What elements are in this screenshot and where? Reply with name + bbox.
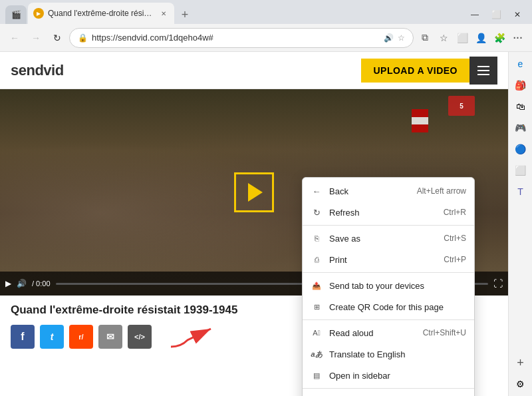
read-aloud-icon: 🔊 [384,33,394,43]
context-menu-read-aloud[interactable]: A⃣ Read aloud Ctrl+Shift+U [303,322,474,343]
sidebar-settings-icon[interactable]: ⚙ [511,375,530,393]
read-aloud-shortcut: Ctrl+Shift+U [423,328,466,337]
new-tab-button[interactable]: + [176,5,194,24]
refresh-icon: ↻ [311,206,323,218]
context-menu-translate[interactable]: aあ Translate to English [303,343,474,365]
context-menu: ← Back Alt+Left arrow ↻ Refresh Ctrl+R ⎘… [302,177,475,396]
time-display: / 0:00 [32,280,51,288]
qr-code-label: Create QR Code for this page [329,302,466,312]
sidebar-label: Open in sidebar [329,371,466,381]
profile-button[interactable]: 👤 [472,29,489,47]
page-area: sendvid UPLOAD A VIDEO [0,52,508,396]
context-menu-sidebar[interactable]: ▤ Open in sidebar [303,365,474,386]
sidebar-outlook-icon[interactable]: ⬜ [511,161,530,180]
context-menu-collections[interactable]: ☆ Add page to Collections › [303,391,474,396]
send-tab-icon: 📤 [311,280,323,292]
sidebar-teams-icon[interactable]: T [511,182,530,201]
header-right: UPLOAD A VIDEO [361,57,497,85]
refresh-label: Refresh [329,208,437,218]
tab-favicon-only: 🎬 [5,5,27,24]
context-menu-back[interactable]: ← Back Alt+Left arrow [303,180,474,202]
separator-2 [303,272,474,273]
sendvid-logo: sendvid [11,62,64,79]
sidebar-favorites-icon[interactable]: e [511,55,530,73]
favorites-button[interactable]: ☆ [435,29,452,47]
volume-button[interactable]: 🔊 [17,279,27,288]
back-icon: ← [311,185,323,197]
context-menu-send-tab[interactable]: 📤 Send tab to your devices [303,275,474,296]
translate-icon: aあ [311,348,323,360]
star-icon: ☆ [398,33,405,43]
context-menu-print[interactable]: ⎙ Print Ctrl+P [303,249,474,270]
context-menu-refresh[interactable]: ↻ Refresh Ctrl+R [303,202,474,223]
sidebar-shopping-icon[interactable]: 🛍 [511,97,530,116]
video-badge: 5 [460,102,464,110]
back-shortcut: Alt+Left arrow [417,186,466,196]
save-as-icon: ⎘ [311,232,323,244]
back-label: Back [329,186,410,196]
sidebar-history-icon[interactable]: 🎒 [511,76,530,95]
tab-close-button[interactable]: ✕ [158,8,169,19]
embed-share-button[interactable]: </> [128,325,152,349]
tab-favicon: ▶ [33,8,44,19]
back-button[interactable]: ← [5,29,24,47]
refresh-shortcut: Ctrl+R [444,208,466,217]
extensions-button[interactable]: 🧩 [491,29,508,47]
sendvid-header: sendvid UPLOAD A VIDEO [0,52,508,89]
twitter-share-button[interactable]: t [40,325,64,349]
nav-bar: ← → ↻ 🔒 https://sendvid.com/1dqeho4w# 🔊 … [0,24,532,52]
read-aloud-label: Read aloud [329,328,416,338]
tab-title: Quand l'extrême-droite résistait ... [48,9,154,18]
qr-code-icon: ⊞ [311,301,323,313]
url-text: https://sendvid.com/1dqeho4w# [92,33,380,43]
arrow-svg [168,323,221,350]
play-triangle-icon [248,183,263,202]
print-label: Print [329,255,437,265]
close-window-button[interactable]: ✕ [508,5,527,24]
context-menu-save-as[interactable]: ⎘ Save as Ctrl+S [303,228,474,249]
refresh-button[interactable]: ↻ [48,29,66,47]
browser-frame: 🎬 ▶ Quand l'extrême-droite résistait ...… [0,0,532,396]
print-icon: ⎙ [311,254,323,266]
tab-bar: 🎬 ▶ Quand l'extrême-droite résistait ...… [0,0,532,24]
collections-button[interactable]: ⬜ [454,29,471,47]
video-play-button[interactable] [234,172,274,212]
read-aloud-icon: A⃣ [311,327,323,339]
sidebar-bing-icon[interactable]: 🔵 [511,140,530,158]
reddit-share-button[interactable]: r/ [69,325,93,349]
forward-button[interactable]: → [27,29,45,47]
sidebar-icon: ▤ [311,369,323,381]
browser-body: sendvid UPLOAD A VIDEO [0,52,532,396]
email-share-button[interactable]: ✉ [98,325,122,349]
minimize-button[interactable]: — [466,5,484,24]
separator-1 [303,225,474,226]
save-as-shortcut: Ctrl+S [444,234,466,243]
translate-label: Translate to English [329,349,466,359]
upload-video-button[interactable]: UPLOAD A VIDEO [361,59,469,83]
play-pause-button[interactable]: ▶ [5,279,11,288]
sidebar-games-icon[interactable]: 🎮 [511,118,530,137]
save-as-label: Save as [329,234,437,244]
maximize-button[interactable]: ⬜ [487,5,505,24]
more-menu-button[interactable]: ··· [509,29,527,47]
hamburger-menu-button[interactable] [469,57,497,85]
print-shortcut: Ctrl+P [444,255,466,264]
tab-switch-button[interactable]: ⧉ [416,29,434,47]
separator-4 [303,388,474,389]
address-bar[interactable]: 🔒 https://sendvid.com/1dqeho4w# 🔊 ☆ [69,28,414,48]
sidebar-add-icon[interactable]: + [511,353,530,372]
sidebar-rail: e 🎒 🛍 🎮 🔵 ⬜ T + ⚙ [508,52,532,396]
lock-icon: 🔒 [78,33,88,43]
fullscreen-button[interactable]: ⛶ [493,278,503,289]
active-tab[interactable]: ▶ Quand l'extrême-droite résistait ... ✕ [28,3,174,24]
facebook-share-button[interactable]: f [11,325,35,349]
context-menu-qr-code[interactable]: ⊞ Create QR Code for this page [303,296,474,317]
separator-3 [303,319,474,320]
send-tab-label: Send tab to your devices [329,281,466,291]
red-arrow-indicator [168,323,221,350]
nav-right-buttons: ⧉ ☆ ⬜ 👤 🧩 ··· [416,29,527,47]
